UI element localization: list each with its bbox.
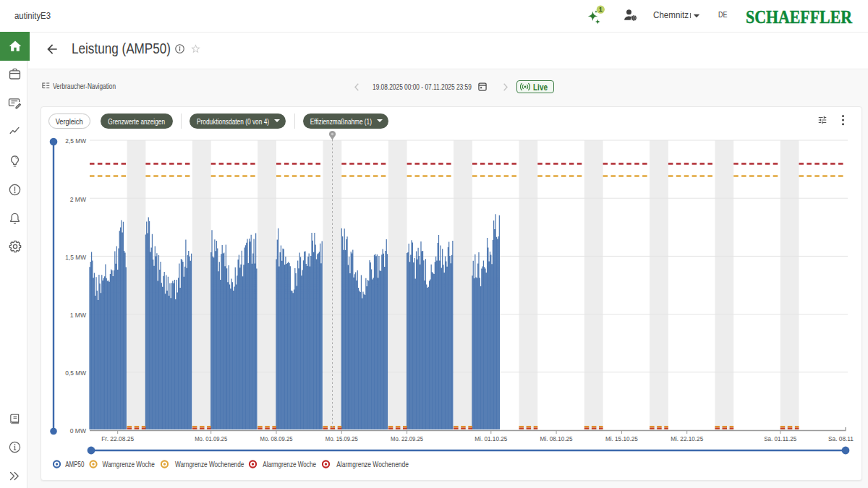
svg-text:Sa. 01.11.25: Sa. 01.11.25 — [764, 435, 796, 442]
svg-text:Mi. 15.10.25: Mi. 15.10.25 — [605, 435, 638, 442]
svg-text:Warngrenze Wochenende: Warngrenze Wochenende — [175, 461, 244, 468]
svg-text:Mo. 15.09.25: Mo. 15.09.25 — [326, 435, 358, 442]
svg-text:Mi. 08.10.25: Mi. 08.10.25 — [540, 435, 573, 442]
svg-text:Mi. 22.10.25: Mi. 22.10.25 — [671, 435, 703, 442]
svg-text:Fr. 22.08.25: Fr. 22.08.25 — [101, 435, 134, 442]
svg-text:Mi. 01.10.25: Mi. 01.10.25 — [475, 435, 507, 442]
svg-text:1 MW: 1 MW — [70, 311, 86, 319]
svg-text:1,5 MW: 1,5 MW — [65, 253, 86, 261]
svg-text:0,5 MW: 0,5 MW — [65, 369, 86, 377]
svg-text:2,5 MW: 2,5 MW — [65, 137, 86, 145]
svg-text:Mo. 01.09.25: Mo. 01.09.25 — [195, 435, 227, 442]
svg-text:Mo. 22.09.25: Mo. 22.09.25 — [391, 435, 423, 442]
svg-text:Alarmgrenze Wochenende: Alarmgrenze Wochenende — [336, 461, 409, 468]
svg-text:1: 1 — [599, 6, 603, 13]
svg-text:Alarmgrenze Woche: Alarmgrenze Woche — [263, 461, 316, 468]
svg-text:Warngrenze Woche: Warngrenze Woche — [102, 461, 155, 468]
svg-text:AMP50: AMP50 — [65, 461, 84, 468]
svg-text:Sa. 08.11: Sa. 08.11 — [828, 435, 854, 442]
svg-text:Mo. 08.09.25: Mo. 08.09.25 — [260, 435, 293, 442]
svg-text:0 MW: 0 MW — [70, 427, 86, 435]
svg-text:2 MW: 2 MW — [70, 195, 86, 203]
